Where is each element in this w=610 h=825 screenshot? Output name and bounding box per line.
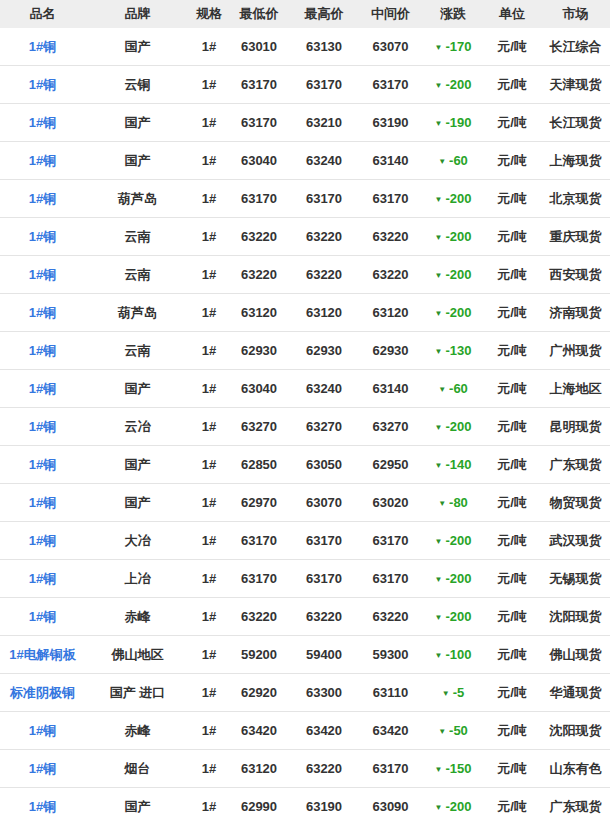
cell-mid: 63420 (358, 712, 423, 750)
cell-change: ▼-140 (423, 446, 483, 484)
cell-market: 山东有色 (541, 750, 610, 788)
cell-mid: 63020 (358, 484, 423, 522)
cell-low: 63040 (228, 370, 290, 408)
cell-brand: 云冶 (85, 408, 190, 446)
product-name-link[interactable]: 1#铜 (29, 381, 56, 396)
cell-mid: 63110 (358, 674, 423, 712)
cell-name: 1#铜 (0, 750, 85, 788)
product-name-link[interactable]: 1#铜 (29, 77, 56, 92)
product-name-link[interactable]: 标准阴极铜 (10, 685, 75, 700)
cell-high: 63240 (290, 142, 358, 180)
cell-spec: 1# (190, 674, 228, 712)
cell-brand: 国产 (85, 446, 190, 484)
product-name-link[interactable]: 1#铜 (29, 571, 56, 586)
cell-spec: 1# (190, 408, 228, 446)
cell-mid: 63170 (358, 66, 423, 104)
cell-spec: 1# (190, 598, 228, 636)
table-row: 1#铜云冶1#632706327063270▼-200元/吨昆明现货 (0, 408, 610, 446)
down-arrow-icon: ▼ (435, 119, 443, 128)
change-value: -100 (445, 647, 471, 662)
cell-unit: 元/吨 (483, 560, 541, 598)
product-name-link[interactable]: 1#铜 (29, 267, 56, 282)
cell-brand: 国产 进口 (85, 674, 190, 712)
table-row: 1#铜葫芦岛1#631206312063120▼-200元/吨济南现货 (0, 294, 610, 332)
cell-unit: 元/吨 (483, 66, 541, 104)
product-name-link[interactable]: 1#电解铜板 (9, 647, 75, 662)
product-name-link[interactable]: 1#铜 (29, 191, 56, 206)
product-name-link[interactable]: 1#铜 (29, 723, 56, 738)
cell-market: 佛山现货 (541, 636, 610, 674)
product-name-link[interactable]: 1#铜 (29, 343, 56, 358)
cell-market: 沈阳现货 (541, 712, 610, 750)
cell-unit: 元/吨 (483, 332, 541, 370)
cell-brand: 国产 (85, 370, 190, 408)
cell-mid: 62930 (358, 332, 423, 370)
column-header-change: 涨跌 (423, 0, 483, 28)
cell-low: 63170 (228, 522, 290, 560)
product-name-link[interactable]: 1#铜 (29, 609, 56, 624)
cell-low: 63170 (228, 66, 290, 104)
product-name-link[interactable]: 1#铜 (29, 457, 56, 472)
change-value: -200 (445, 229, 471, 244)
table-row: 1#铜国产1#629906319063090▼-200元/吨广东现货 (0, 788, 610, 825)
change-value: -80 (449, 495, 468, 510)
cell-unit: 元/吨 (483, 104, 541, 142)
cell-spec: 1# (190, 712, 228, 750)
product-name-link[interactable]: 1#铜 (29, 153, 56, 168)
cell-mid: 63190 (358, 104, 423, 142)
change-value: -190 (445, 115, 471, 130)
product-name-link[interactable]: 1#铜 (29, 229, 56, 244)
column-header-low: 最低价 (228, 0, 290, 28)
product-name-link[interactable]: 1#铜 (29, 495, 56, 510)
down-arrow-icon: ▼ (442, 689, 450, 698)
table-row: 1#铜上冶1#631706317063170▼-200元/吨无锡现货 (0, 560, 610, 598)
down-arrow-icon: ▼ (438, 385, 446, 394)
cell-unit: 元/吨 (483, 408, 541, 446)
change-value: -5 (453, 685, 465, 700)
cell-change: ▼-130 (423, 332, 483, 370)
cell-change: ▼-100 (423, 636, 483, 674)
cell-change: ▼-190 (423, 104, 483, 142)
price-table: 品名品牌规格最低价最高价中间价涨跌单位市场 1#铜国产1#63010631306… (0, 0, 610, 825)
change-value: -200 (445, 419, 471, 434)
cell-spec: 1# (190, 636, 228, 674)
cell-market: 天津现货 (541, 66, 610, 104)
change-value: -50 (449, 723, 468, 738)
cell-high: 63190 (290, 788, 358, 825)
cell-high: 63420 (290, 712, 358, 750)
cell-spec: 1# (190, 750, 228, 788)
product-name-link[interactable]: 1#铜 (29, 305, 56, 320)
cell-mid: 63270 (358, 408, 423, 446)
product-name-link[interactable]: 1#铜 (29, 799, 56, 814)
product-name-link[interactable]: 1#铜 (29, 39, 56, 54)
product-name-link[interactable]: 1#铜 (29, 115, 56, 130)
cell-mid: 63220 (358, 218, 423, 256)
cell-change: ▼-200 (423, 408, 483, 446)
header-row: 品名品牌规格最低价最高价中间价涨跌单位市场 (0, 0, 610, 28)
cell-spec: 1# (190, 104, 228, 142)
product-name-link[interactable]: 1#铜 (29, 761, 56, 776)
cell-brand: 葫芦岛 (85, 180, 190, 218)
cell-mid: 63140 (358, 370, 423, 408)
cell-name: 1#电解铜板 (0, 636, 85, 674)
cell-mid: 63140 (358, 142, 423, 180)
cell-brand: 上冶 (85, 560, 190, 598)
cell-mid: 63220 (358, 598, 423, 636)
cell-spec: 1# (190, 522, 228, 560)
cell-change: ▼-170 (423, 28, 483, 66)
product-name-link[interactable]: 1#铜 (29, 419, 56, 434)
change-value: -200 (445, 799, 471, 814)
cell-market: 济南现货 (541, 294, 610, 332)
cell-brand: 国产 (85, 28, 190, 66)
cell-name: 1#铜 (0, 560, 85, 598)
cell-market: 长江综合 (541, 28, 610, 66)
cell-change: ▼-200 (423, 294, 483, 332)
cell-name: 1#铜 (0, 598, 85, 636)
cell-spec: 1# (190, 142, 228, 180)
change-value: -150 (445, 761, 471, 776)
cell-unit: 元/吨 (483, 712, 541, 750)
product-name-link[interactable]: 1#铜 (29, 533, 56, 548)
cell-low: 63270 (228, 408, 290, 446)
cell-mid: 63070 (358, 28, 423, 66)
down-arrow-icon: ▼ (435, 347, 443, 356)
